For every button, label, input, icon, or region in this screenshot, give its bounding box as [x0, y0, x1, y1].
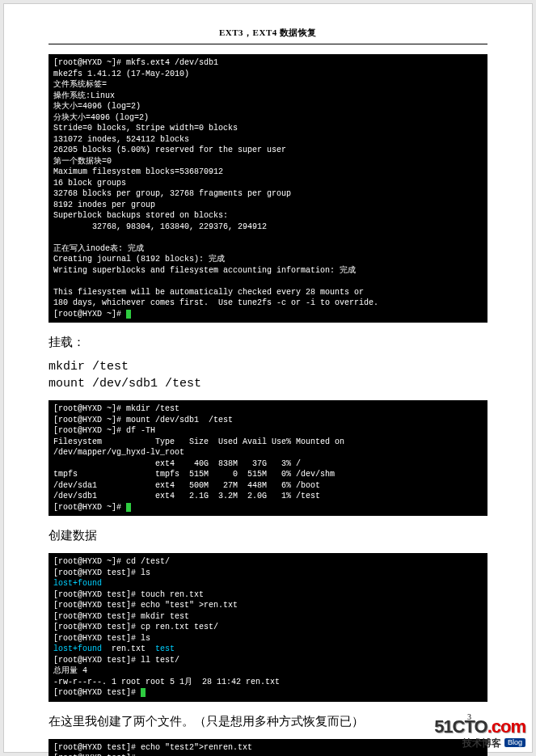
terminal-block-4: [root@HYXD test]# echo "test2">renren.tx… — [49, 739, 487, 757]
watermark-subtitle-row: 技术博客Blog — [434, 736, 525, 749]
watermark-logo: 51CTO.com 技术博客Blog — [434, 718, 525, 749]
terminal-block-1: [root@HYXD ~]# mkfs.ext4 /dev/sdb1mke2fs… — [49, 54, 487, 323]
watermark-blog-tag: Blog — [504, 738, 525, 747]
section-create-note: 在这里我创建了两个文件。（只是想用多种方式恢复而已） — [49, 712, 487, 731]
command-mkdir: mkdir /test — [49, 360, 487, 374]
command-mount: mount /dev/sdb1 /test — [49, 377, 487, 391]
page-header-title: EXT3，EXT4 数据恢复 — [49, 27, 487, 39]
section-create-title: 创建数据 — [49, 526, 487, 545]
terminal-block-2: [root@HYXD ~]# mkdir /test[root@HYXD ~]#… — [49, 400, 487, 516]
terminal-block-3: [root@HYXD ~]# cd /test/[root@HYXD test]… — [49, 553, 487, 702]
header-divider — [49, 44, 487, 44]
watermark-51cto: 51CTO — [434, 716, 487, 737]
document-page: EXT3，EXT4 数据恢复 [root@HYXD ~]# mkfs.ext4 … — [3, 3, 533, 753]
watermark-subtitle: 技术博客 — [462, 737, 501, 749]
section-mount-title: 挂载： — [49, 332, 487, 352]
watermark-dotcom: .com — [487, 716, 525, 737]
watermark-logo-text: 51CTO.com — [434, 718, 525, 736]
